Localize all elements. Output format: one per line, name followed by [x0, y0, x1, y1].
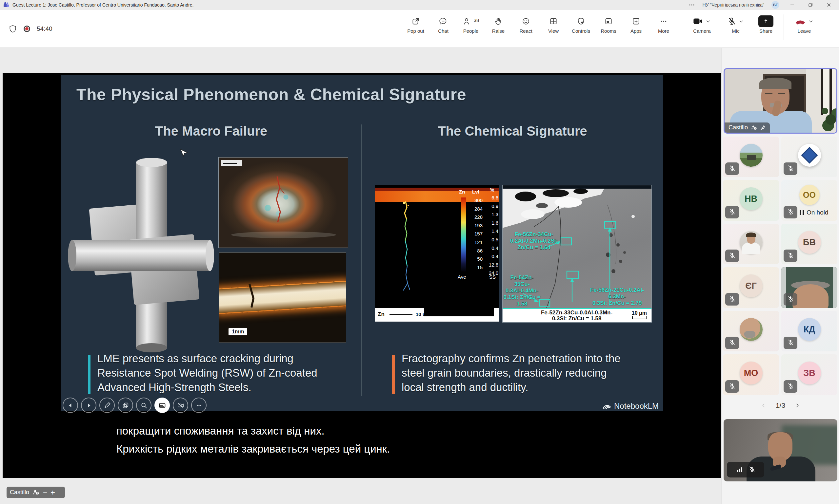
toolbar-item-raise[interactable]: Raise [484, 13, 512, 34]
eds-map-corner [424, 308, 494, 316]
caption-line: покращити споживання та захист від них. [116, 425, 325, 437]
account-avatar[interactable]: БГ [771, 1, 779, 9]
participant-video-tile[interactable] [781, 267, 837, 308]
camera-off-button[interactable] [173, 398, 188, 413]
participant-tile[interactable] [723, 224, 779, 264]
mic-muted-icon [787, 208, 794, 216]
presentation-slide: The Physical Phenomenon & Chemical Signa… [61, 75, 663, 411]
toolbar-item-chat[interactable]: Chat [429, 13, 457, 34]
toolbar-item-more[interactable]: More [650, 13, 678, 34]
minimize-button[interactable] [787, 1, 798, 9]
captions-button[interactable] [154, 398, 170, 413]
title-bar: Guest Lecture 1: Jose Castillo, Professo… [0, 0, 839, 10]
react-icon [521, 17, 530, 25]
mic-muted-icon [787, 382, 794, 391]
right-bullet-bar [392, 355, 395, 394]
active-speaker-tile[interactable]: Castillo [724, 68, 837, 133]
participant-tile[interactable] [781, 137, 837, 177]
right-column-heading: The Chemical Signature [362, 124, 663, 139]
meeting-status-group: 54:40 [8, 10, 52, 48]
maximize-button[interactable] [805, 1, 816, 9]
zoom-out-button[interactable]: − [43, 489, 47, 496]
weld-cross-illustration [67, 157, 215, 353]
eds-legend-element: Zn [459, 189, 465, 195]
participant-tile[interactable]: МО [723, 354, 779, 395]
controls-shield-icon [577, 17, 585, 25]
participant-tile[interactable]: БВ [781, 224, 837, 264]
meeting-title: Guest Lecture 1: Jose Castillo, Professo… [13, 2, 194, 7]
legend-value: 284 [469, 205, 483, 213]
legend-value: 12.8 [485, 261, 498, 269]
scale-label: 1mm [228, 328, 247, 335]
chevron-down-icon[interactable] [705, 18, 711, 24]
tenant-name[interactable]: НУ "Чернігівська політехніка" [702, 2, 764, 7]
mic-muted-icon [727, 17, 736, 26]
on-hold-label: On hold [807, 209, 828, 216]
pin-icon[interactable] [760, 125, 766, 130]
participant-tile[interactable]: ЗВ [781, 354, 837, 395]
eds-scale-line [390, 314, 412, 315]
toolbar-share-button[interactable]: Share [751, 13, 780, 34]
chevron-right-icon[interactable] [794, 402, 800, 408]
toolbar-camera-button[interactable]: Camera [684, 13, 720, 34]
participant-tile[interactable]: КД [781, 311, 837, 352]
legend-value: 0.4 [485, 252, 498, 261]
zoom-in-button[interactable]: + [51, 489, 55, 496]
slide-control-bar [63, 398, 207, 413]
eds-level-values: 300284228193157121865015 [469, 196, 483, 271]
legend-value: 15 [469, 263, 483, 272]
self-view-tile[interactable] [724, 419, 837, 481]
chevron-left-icon[interactable] [760, 402, 767, 408]
titlebar-more-icon[interactable] [688, 2, 695, 8]
more-options-button[interactable] [191, 398, 207, 413]
toolbar-item-popout[interactable]: Pop out [402, 13, 429, 34]
video-participant-face [792, 284, 828, 308]
toolbar-item-view[interactable]: View [540, 13, 567, 34]
previous-slide-button[interactable] [63, 398, 78, 413]
magnify-button[interactable] [136, 398, 152, 413]
photo-hair [746, 233, 756, 237]
participant-tile[interactable] [723, 137, 779, 177]
sem-annotation: Fe-56Zn-34Cu- 0.2Al-0.2Mn-0.2Si: Zn/Cu =… [505, 231, 563, 251]
toolbar-item-controls[interactable]: Controls [567, 13, 595, 34]
toolbar-label: More [658, 28, 669, 34]
eds-percent-values: 6.60.91.31.61.40.50.40.412.824.0 [485, 194, 498, 277]
toolbar-leave-button[interactable]: Leave [787, 13, 821, 34]
participant-tile[interactable]: НВ [723, 180, 779, 221]
toolbar-label: Raise [492, 28, 504, 34]
toolbar-label: Mic [732, 28, 739, 34]
more-options-icon [195, 402, 203, 409]
participant-tile[interactable]: ОО On hold [781, 180, 837, 221]
slides-panel-button[interactable] [118, 398, 133, 413]
toolbar-label: Leave [798, 28, 811, 34]
mic-muted-badge [784, 337, 798, 349]
sem-scale-label: 10 μm [632, 310, 647, 319]
participant-tile[interactable]: ЄГ [723, 267, 779, 308]
toolbar-item-react[interactable]: React [512, 13, 540, 34]
annotate-button[interactable] [99, 398, 115, 413]
legend-value: 0.4 [485, 244, 498, 252]
toolbar-label: Apps [631, 28, 641, 34]
legend-value: 6.6 [485, 194, 498, 202]
right-bullet-text: Fractography confirms Zn penetration int… [401, 352, 664, 395]
participant-tile[interactable] [723, 311, 779, 352]
participant-initials-avatar: МО [740, 362, 763, 384]
toolbar-item-rooms[interactable]: Rooms [595, 13, 622, 34]
close-button[interactable] [823, 1, 834, 9]
chevron-down-icon[interactable] [738, 18, 744, 24]
recording-dot [25, 27, 29, 31]
pen-icon [104, 402, 111, 409]
toolbar-mic-button[interactable]: Mic [720, 13, 751, 34]
presenter-pill[interactable]: Castillo − + [6, 487, 65, 498]
more-icon [659, 17, 668, 25]
next-slide-button[interactable] [81, 398, 97, 413]
chevron-down-icon[interactable] [808, 18, 814, 24]
people-icon [463, 17, 471, 25]
selfview-status-pill [727, 462, 764, 478]
mic-muted-icon [729, 165, 736, 173]
popout-icon [411, 17, 420, 25]
notebooklm-watermark: NotebookLM [602, 401, 659, 411]
toolbar-item-apps[interactable]: Apps [622, 13, 650, 34]
toolbar-item-people[interactable]: 38 People [457, 13, 484, 34]
legend-value: 50 [469, 255, 483, 263]
